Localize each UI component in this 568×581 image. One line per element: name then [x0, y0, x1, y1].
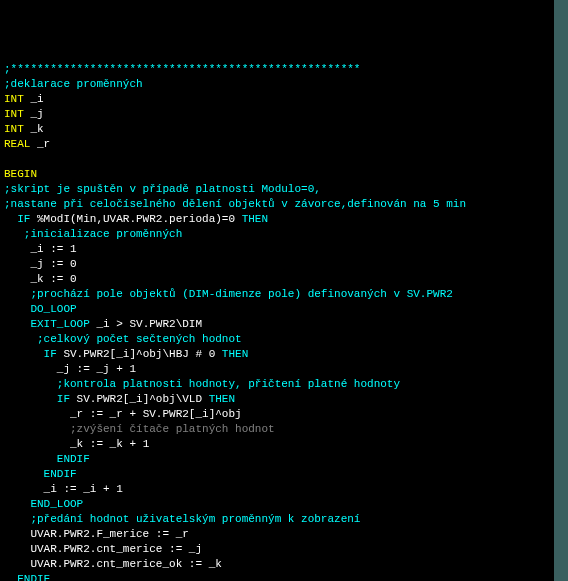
code-line: ;skript je spuštěn v případě platnosti M…	[4, 182, 550, 197]
code-segment: THEN	[242, 213, 268, 225]
code-line: ;předání hodnot uživatelským proměnným k…	[4, 512, 550, 527]
code-line: INT _j	[4, 107, 550, 122]
code-segment: ;***************************************…	[4, 63, 360, 75]
code-segment: THEN	[209, 393, 235, 405]
code-segment: _k := 0	[30, 273, 76, 285]
code-segment: _r	[30, 138, 50, 150]
code-segment: ;celkový počet sečtených hodnot	[30, 333, 241, 345]
code-segment: IF	[17, 213, 30, 225]
code-segment: ;inicializace proměnných	[17, 228, 182, 240]
code-line: _j := _j + 1	[4, 362, 550, 377]
code-line: ;***************************************…	[4, 62, 550, 77]
code-line: UVAR.PWR2.cnt_merice_ok := _k	[4, 557, 550, 572]
code-line: IF SV.PWR2[_i]^obj\VLD THEN	[4, 392, 550, 407]
code-line: ;prochází pole objektů (DIM-dimenze pole…	[4, 287, 550, 302]
code-segment: _i > SV.PWR2\DIM	[90, 318, 202, 330]
code-line: ;zvýšení čítače platných hodnot	[4, 422, 550, 437]
code-line: _k := 0	[4, 272, 550, 287]
code-segment: ;předání hodnot uživatelským proměnným k…	[30, 513, 360, 525]
code-editor-area: ;***************************************…	[4, 62, 550, 581]
code-segment: SV.PWR2[_i]^obj\VLD	[70, 393, 209, 405]
code-segment: _r := _r + SV.PWR2[_i]^obj	[70, 408, 242, 420]
code-line: _i := 1	[4, 242, 550, 257]
code-line: UVAR.PWR2.cnt_merice := _j	[4, 542, 550, 557]
code-segment: INT	[4, 108, 24, 120]
code-segment: IF	[44, 348, 57, 360]
code-line: _k := _k + 1	[4, 437, 550, 452]
code-line: ;celkový počet sečtených hodnot	[4, 332, 550, 347]
code-segment	[4, 153, 11, 165]
code-line	[4, 152, 550, 167]
code-line: EXIT_LOOP _i > SV.PWR2\DIM	[4, 317, 550, 332]
code-segment: _j := _j + 1	[57, 363, 136, 375]
code-line: REAL _r	[4, 137, 550, 152]
code-segment: _j := 0	[30, 258, 76, 270]
code-segment: END_LOOP	[30, 498, 83, 510]
code-segment: ENDIF	[57, 453, 90, 465]
code-segment: ;skript je spuštěn v případě platnosti M…	[4, 183, 321, 195]
code-line: INT _k	[4, 122, 550, 137]
code-segment: UVAR.PWR2.F_merice := _r	[30, 528, 188, 540]
code-segment: _k	[24, 123, 44, 135]
code-segment: _i := 1	[30, 243, 76, 255]
code-segment: ;kontrola platnosti hodnoty, přičtení pl…	[57, 378, 400, 390]
code-line: ENDIF	[4, 467, 550, 482]
code-line: DO_LOOP	[4, 302, 550, 317]
code-line: UVAR.PWR2.F_merice := _r	[4, 527, 550, 542]
code-segment: REAL	[4, 138, 30, 150]
code-segment: SV.PWR2[_i]^obj\HBJ # 0	[57, 348, 222, 360]
code-line: ;kontrola platnosti hodnoty, přičtení pl…	[4, 377, 550, 392]
code-segment: BEGIN	[4, 168, 37, 180]
code-line: ENDIF	[4, 452, 550, 467]
code-segment: _j	[24, 108, 44, 120]
code-line: IF SV.PWR2[_i]^obj\HBJ # 0 THEN	[4, 347, 550, 362]
code-segment: ;zvýšení čítače platných hodnot	[70, 423, 275, 435]
code-segment: ENDIF	[17, 573, 50, 581]
code-segment: %ModI(Min,UVAR.PWR2.perioda)=0	[30, 213, 241, 225]
code-segment: INT	[4, 93, 24, 105]
code-line: IF %ModI(Min,UVAR.PWR2.perioda)=0 THEN	[4, 212, 550, 227]
code-segment: DO_LOOP	[30, 303, 76, 315]
code-segment: _i	[24, 93, 44, 105]
code-segment: ;nastane při celočíselného dělení objekt…	[4, 198, 466, 210]
code-line: _j := 0	[4, 257, 550, 272]
code-segment: ;deklarace proměnných	[4, 78, 143, 90]
code-line: _r := _r + SV.PWR2[_i]^obj	[4, 407, 550, 422]
code-segment: UVAR.PWR2.cnt_merice_ok := _k	[30, 558, 221, 570]
code-segment: ;prochází pole objektů (DIM-dimenze pole…	[30, 288, 452, 300]
code-line: BEGIN	[4, 167, 550, 182]
code-segment: _k := _k + 1	[70, 438, 149, 450]
code-line: INT _i	[4, 92, 550, 107]
code-segment: INT	[4, 123, 24, 135]
code-segment: UVAR.PWR2.cnt_merice := _j	[30, 543, 202, 555]
code-line: END_LOOP	[4, 497, 550, 512]
code-line: _i := _i + 1	[4, 482, 550, 497]
code-line: ;inicializace proměnných	[4, 227, 550, 242]
code-line: ;nastane při celočíselného dělení objekt…	[4, 197, 550, 212]
code-segment: THEN	[222, 348, 248, 360]
code-segment: _i := _i + 1	[44, 483, 123, 495]
code-segment: IF	[57, 393, 70, 405]
code-segment: EXIT_LOOP	[30, 318, 89, 330]
code-segment: ENDIF	[44, 468, 77, 480]
code-line: ENDIF	[4, 572, 550, 581]
code-line: ;deklarace proměnných	[4, 77, 550, 92]
